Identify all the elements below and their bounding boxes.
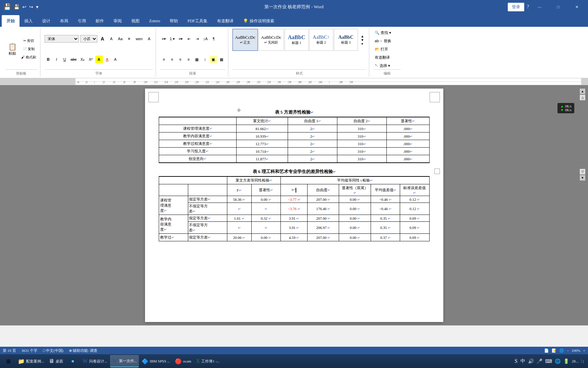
scroll-page-up[interactable]: △ [580,95,585,100]
shading-button[interactable]: ▣ [209,56,217,63]
taskbar-audio-icon[interactable]: 🔊 [528,358,534,364]
text-effect-button[interactable]: A [145,35,153,43]
multilevel-button[interactable]: ≡▾ [177,35,184,43]
font-color2-button[interactable]: A [112,56,119,63]
table6-checkbox[interactable] [434,169,440,174]
view-web-icon[interactable]: 🌐 [559,348,564,353]
style-heading2[interactable]: AaBbC↑ 标题 2 [309,29,333,51]
bullets-button[interactable]: ≡▾ [160,35,168,43]
style-no-spacing[interactable]: AaBbCcDc ↵ 无间距 [259,29,284,51]
view-normal-icon[interactable]: 📄 [544,348,549,353]
taskbar-spss[interactable]: 🔷 IBM SPSS ... [140,355,172,367]
undo-icon[interactable]: ↩ [22,4,26,10]
underline-button[interactable]: U [61,56,69,63]
decrease-indent-button[interactable]: ⇤ [185,35,193,43]
find-button[interactable]: 🔍 查找 ▾ [373,29,401,36]
cut-button[interactable]: ✂ 剪切 [20,37,37,45]
strikethrough-button[interactable]: abc [69,56,78,63]
font-color-button[interactable]: A [104,56,111,63]
taskbar-word1[interactable]: W 问卷设计... [80,355,109,367]
tab-zotero[interactable]: Zotero [144,15,165,27]
tab-pdf[interactable]: PDF工具集 [183,15,212,27]
font-selector[interactable]: 宋体 [45,35,79,43]
replace-button[interactable]: ab→ 替换 [373,37,401,45]
paste-button[interactable]: 📋粘贴 [5,41,19,58]
taskbar-desktop-label: 桌面 [56,359,63,364]
show-desktop-button[interactable]: | [581,359,584,363]
table-move-handle[interactable]: ✛ [237,107,241,113]
highlight-button[interactable]: A [95,56,103,63]
font-grow-button[interactable]: A [99,35,106,43]
taskbar-mic-icon[interactable]: 🎤 [537,358,542,364]
copy-button[interactable]: 📄 复制 [20,45,37,53]
change-case-button[interactable]: Aa [117,35,124,43]
table5: 莱文统计↵ 自由度 1↵ 自由度 2↵ 显著性↵ 课程管理满意度↵ 81.662… [159,117,430,163]
column-button[interactable]: ▦ [193,56,201,63]
subscript-button[interactable]: X₂ [79,56,86,63]
taskbar-word2[interactable]: W 第一次作... [110,355,139,367]
superscript-button[interactable]: X² [87,56,95,63]
show-para-button[interactable]: ¶ [210,35,217,43]
line-spacing-button[interactable]: ↕ [201,56,209,63]
tab-youdao[interactable]: 有道翻译 [212,15,238,27]
tab-references[interactable]: 引用 [73,15,91,27]
justify-button[interactable]: ≡ [185,56,192,63]
style-heading1[interactable]: AaBbC 标题 1 [285,29,309,51]
view-layout-icon[interactable]: 📝 [552,348,556,353]
taskbar-ime-icon[interactable]: 中 [520,358,525,364]
taskbar-keyboard-icon[interactable]: ⌨ [545,358,552,364]
taskbar-sougou-icon[interactable]: S [515,358,518,364]
help-icon[interactable]: ? [527,4,529,10]
tab-design[interactable]: 设计 [37,15,55,27]
font-shrink-button[interactable]: A [108,35,115,43]
numbering-button[interactable]: 1.▾ [168,35,176,43]
taskbar-desktop[interactable]: 🖥 桌面 [47,355,65,367]
minimize-button[interactable]: — [532,2,548,12]
save-icon[interactable]: 💾 [14,4,20,10]
tab-mailings[interactable]: 邮件 [91,15,109,27]
zoom-in-button[interactable]: + [583,348,585,353]
format-painter-button[interactable]: 🖌 格式刷 [20,54,37,61]
taskbar-ocam[interactable]: 🔴 ocam [173,355,193,367]
tab-view[interactable]: 视图 [127,15,144,27]
redo-icon[interactable]: ↪ [29,4,33,10]
taskbar-file-manager[interactable]: 📁 配套案例... [16,355,46,367]
styles-more-button[interactable]: ▲▼▾ [359,29,366,51]
scroll-page-down[interactable]: ▽ [580,169,585,174]
size-selector[interactable]: 小四 [80,35,97,43]
taskbar-excel[interactable]: X 工作簿1 -... [194,355,222,367]
taskbar-browser[interactable]: ● [66,355,80,367]
italic-button[interactable]: I [53,56,60,63]
style-heading3[interactable]: AaBbC 标题 3 [334,29,358,51]
align-center-button[interactable]: ≡ [168,56,176,63]
start-button[interactable]: ⊞ [1,355,15,367]
login-button[interactable]: 登录 [508,3,524,11]
open-button[interactable]: 📂 打开 [373,45,401,53]
customize-icon[interactable]: ▾ [36,4,38,10]
align-right-button[interactable]: ≡ [177,56,184,63]
taskbar-battery-icon[interactable]: 🔋 [563,358,569,364]
tab-layout[interactable]: 布局 [55,15,73,27]
clear-format-button[interactable]: ✕ [125,35,133,43]
select-button[interactable]: ↖ 选择 ▾ [373,62,401,69]
wen-button[interactable]: wen [134,35,144,43]
maximize-button[interactable]: □ [550,2,566,12]
youdao-translate-button[interactable]: 有道翻译 [373,54,401,61]
sort-button[interactable]: ↕A [202,35,209,43]
tab-search[interactable]: 💡 操作说明搜索 [238,15,279,27]
bold-button[interactable]: B [45,56,52,63]
taskbar-network-icon[interactable]: 🌐 [555,358,561,364]
increase-indent-button[interactable]: ⇥ [193,35,201,43]
border-button[interactable]: ▦ [218,56,225,63]
tab-help[interactable]: 帮助 [165,15,183,27]
scroll-up-arrow[interactable]: ▲ [580,89,585,94]
cell-df1-4: 2↵ [288,148,337,155]
tab-insert[interactable]: 插入 [20,15,37,27]
scroll-down-arrow[interactable]: ▼ [580,175,585,181]
style-normal[interactable]: AaBbCcDc ↵ 正文 [232,29,258,51]
close-button[interactable]: ✕ [569,2,585,12]
tab-review[interactable]: 审阅 [109,15,127,27]
tab-home[interactable]: 开始 [2,15,20,27]
zoom-out-button[interactable]: − [567,348,569,353]
align-left-button[interactable]: ≡ [160,56,168,63]
